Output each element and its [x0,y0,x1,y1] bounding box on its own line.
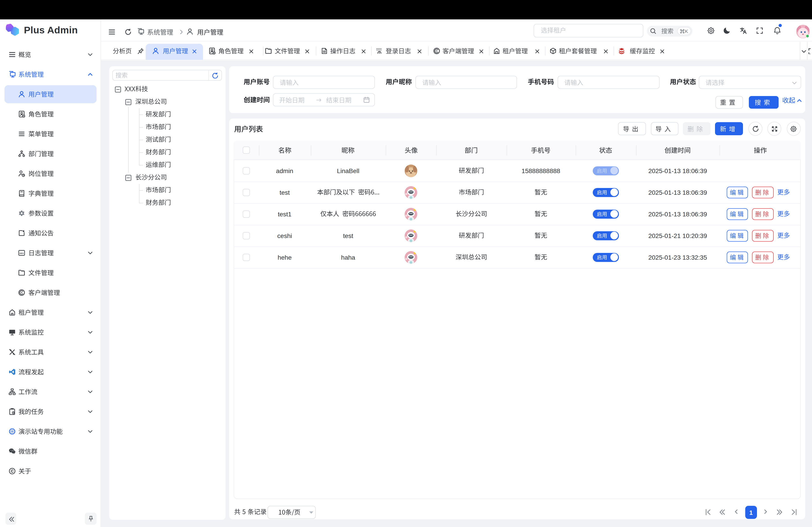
svg-text:redis: redis [620,52,623,55]
svg-text:DEV: DEV [20,252,24,254]
